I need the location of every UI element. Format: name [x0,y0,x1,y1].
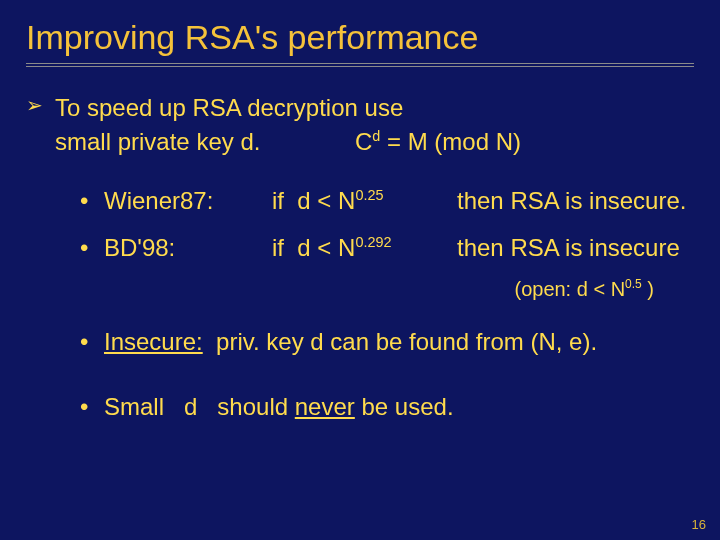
attack-name: Wiener87: [104,184,272,219]
attack-list: Wiener87: if d < N0.25 then RSA is insec… [26,184,694,266]
open-problem-note: (open: d < N0.5 ) [26,278,694,301]
slide-title: Improving RSA's performance [26,18,694,57]
title-divider [26,63,694,67]
attack-row-bd: BD'98: if d < N0.292 then RSA is insecur… [80,231,694,266]
warning-never: Small d should never be used. [80,390,694,425]
attack-condition: if d < N0.292 [272,231,457,266]
arrow-icon: ➢ [26,95,43,115]
attack-name: BD'98: [104,231,272,266]
attack-result: then RSA is insecure. [457,184,694,219]
slide: Improving RSA's performance ➢ To speed u… [0,0,720,424]
page-number: 16 [692,517,706,532]
lead-bullet: ➢ To speed up RSA decryption use small p… [26,91,694,158]
attack-row-wiener: Wiener87: if d < N0.25 then RSA is insec… [80,184,694,219]
attack-condition: if d < N0.25 [272,184,457,219]
notes-list: Insecure: priv. key d can be found from … [26,325,694,425]
insecure-definition: Insecure: priv. key d can be found from … [80,325,694,360]
lead-line-2: small private key d. Cd = M (mod N) [55,125,694,159]
lead-line-1: To speed up RSA decryption use [55,91,694,125]
decrypt-equation: Cd = M (mod N) [355,125,521,159]
attack-result: then RSA is insecure [457,231,694,266]
